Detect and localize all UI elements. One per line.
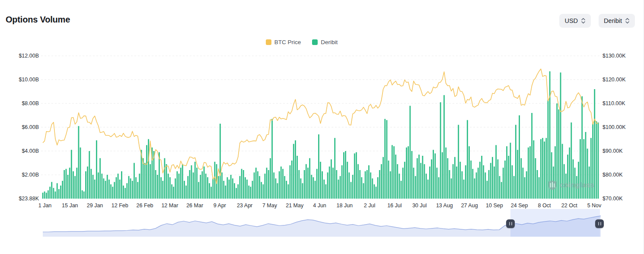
y-axis-tick-label: $12.00B	[8, 53, 39, 59]
y-axis-tick-label: $6.00B	[8, 124, 39, 130]
navigator-right-handle[interactable]	[595, 219, 604, 228]
y-axis-tick-label: $120.00K	[603, 77, 626, 83]
options-volume-page: Options Volume USD Deribit BTC	[0, 0, 644, 254]
main-chart-plot[interactable]	[0, 0, 644, 208]
y-axis-tick-label: $90.00K	[603, 148, 623, 154]
navigator-left-handle[interactable]	[506, 219, 515, 228]
y-axis-tick-label: $10.00B	[8, 77, 39, 83]
y-axis-tick-label: $2.00B	[8, 172, 39, 178]
y-axis-tick-label: $4.00B	[8, 148, 39, 154]
navigator-selected-range[interactable]	[510, 209, 600, 237]
y-axis-tick-label: $8.00B	[8, 100, 39, 106]
y-axis-tick-label: $130.00K	[603, 53, 626, 59]
y-axis-tick-label: $110.00K	[603, 100, 625, 106]
y-axis-tick-label: $23.88K	[8, 196, 39, 202]
y-axis-tick-label: $100.00K	[603, 124, 626, 130]
y-axis-tick-label: $70.00K	[603, 196, 623, 202]
y-axis-tick-label: $80.00K	[603, 172, 623, 178]
